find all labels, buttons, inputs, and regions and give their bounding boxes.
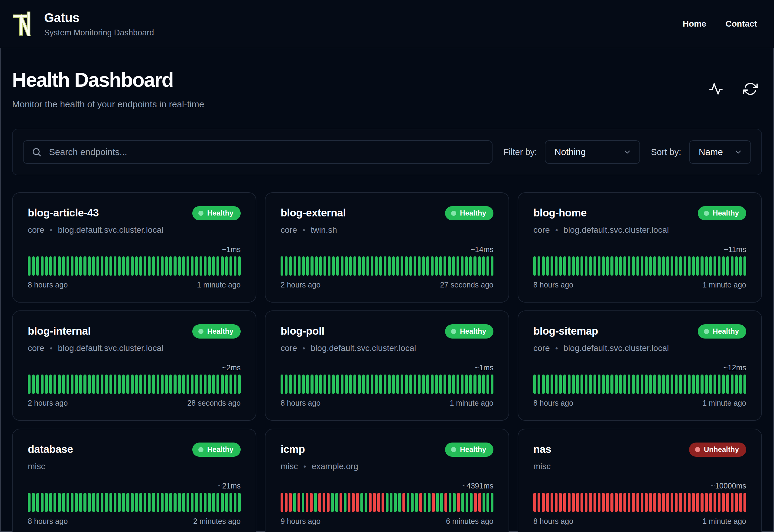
history-bar	[692, 256, 695, 276]
history-bar	[444, 256, 446, 276]
history-bar	[36, 375, 39, 394]
nav-contact-link[interactable]: Contact	[726, 19, 757, 29]
history-bar	[696, 493, 699, 512]
endpoint-card[interactable]: blog-internal Healthy core • blog.defaul…	[12, 310, 256, 421]
history-bar	[360, 493, 363, 512]
history-bar	[692, 375, 695, 394]
history-bar	[182, 493, 185, 512]
history-bar	[409, 375, 412, 394]
history-bar	[352, 493, 355, 512]
status-dot-icon	[198, 329, 203, 334]
history-bar	[131, 375, 134, 394]
history-bar	[234, 493, 236, 512]
endpoint-host: blog.default.svc.cluster.local	[564, 225, 669, 235]
history-bar	[431, 375, 434, 394]
gatus-logo-icon	[13, 11, 33, 36]
history-bar	[551, 493, 553, 512]
history-bar	[436, 493, 439, 512]
history-bar	[426, 375, 429, 394]
history-bar	[71, 256, 73, 276]
history-bar	[126, 493, 129, 512]
filter-select[interactable]: Nothing	[545, 140, 640, 164]
history-bar	[671, 375, 673, 394]
history-bar	[546, 493, 549, 512]
latency-label: ~4391ms	[281, 482, 493, 490]
history-bar	[619, 256, 622, 276]
history-bar	[62, 256, 65, 276]
search-input[interactable]	[23, 140, 493, 164]
history-bar	[45, 375, 48, 394]
history-bar	[405, 375, 408, 394]
history-bar	[319, 375, 322, 394]
history-bar	[414, 375, 416, 394]
history-bar	[88, 493, 91, 512]
history-bar	[594, 256, 596, 276]
history-bar	[208, 256, 211, 276]
endpoint-card[interactable]: blog-home Healthy core • blog.default.sv…	[518, 192, 762, 303]
endpoint-name: nas	[533, 443, 551, 455]
history-bar	[302, 256, 305, 276]
history-bar	[358, 375, 360, 394]
status-badge: Healthy	[445, 206, 493, 220]
history-bar	[349, 375, 352, 394]
history-bar	[424, 493, 426, 512]
history-bar	[568, 493, 571, 512]
history-bar	[362, 375, 365, 394]
history-bar	[705, 375, 708, 394]
endpoint-host: blog.default.svc.cluster.local	[311, 343, 416, 353]
history-bar	[457, 375, 459, 394]
history-bar	[96, 493, 99, 512]
history-bar	[28, 375, 31, 394]
endpoint-card[interactable]: nas Unhealthy misc ~10000ms 8 hours ago …	[518, 429, 762, 532]
latency-label: ~1ms	[28, 245, 241, 254]
history-bar	[344, 493, 346, 512]
history-bar	[705, 493, 708, 512]
history-bar	[281, 493, 283, 512]
nav-home-link[interactable]: Home	[683, 19, 706, 29]
endpoint-card[interactable]: icmp Healthy misc • example.org ~4391ms …	[265, 429, 509, 532]
endpoint-card[interactable]: blog-sitemap Healthy core • blog.default…	[518, 310, 762, 421]
history-bar	[606, 256, 609, 276]
history-bar	[157, 256, 159, 276]
sort-select[interactable]: Name	[689, 140, 751, 164]
history-bar	[71, 493, 73, 512]
history-bar	[701, 375, 703, 394]
newest-timestamp: 1 minute ago	[197, 281, 241, 289]
history-bar	[302, 493, 304, 512]
history-bar	[126, 375, 129, 394]
history-bar	[28, 256, 31, 276]
history-bar	[281, 375, 283, 394]
endpoint-card[interactable]: database Healthy misc ~21ms 8 hours ago …	[12, 429, 256, 532]
refresh-icon[interactable]	[743, 82, 758, 96]
history-bar	[105, 375, 108, 394]
history-bar	[743, 493, 746, 512]
history-bar	[722, 493, 725, 512]
status-label: Healthy	[713, 327, 739, 336]
endpoint-card[interactable]: blog-article-43 Healthy core • blog.defa…	[12, 192, 256, 303]
history-bar	[666, 493, 669, 512]
history-bar	[641, 256, 643, 276]
history-bar	[328, 375, 330, 394]
endpoint-card[interactable]: blog-external Healthy core • twin.sh ~14…	[265, 192, 509, 303]
history-bar	[649, 256, 652, 276]
history-bar	[323, 493, 325, 512]
history-bar	[602, 375, 605, 394]
history-bar	[726, 493, 729, 512]
history-bar	[109, 375, 112, 394]
history-bar	[546, 256, 549, 276]
history-bar	[478, 256, 481, 276]
endpoint-card[interactable]: blog-poll Healthy core • blog.default.sv…	[265, 310, 509, 421]
history-bar	[135, 375, 138, 394]
history-bar	[49, 256, 52, 276]
history-bar	[649, 375, 652, 394]
oldest-timestamp: 2 hours ago	[281, 281, 320, 289]
history-bar	[36, 493, 39, 512]
history-bar	[619, 493, 622, 512]
history-bar	[474, 493, 477, 512]
activity-icon[interactable]	[709, 82, 723, 96]
newest-timestamp: 2 minutes ago	[193, 517, 241, 526]
status-label: Healthy	[460, 445, 486, 454]
history-bar	[356, 493, 359, 512]
history-bar	[602, 256, 605, 276]
history-bar	[585, 256, 587, 276]
